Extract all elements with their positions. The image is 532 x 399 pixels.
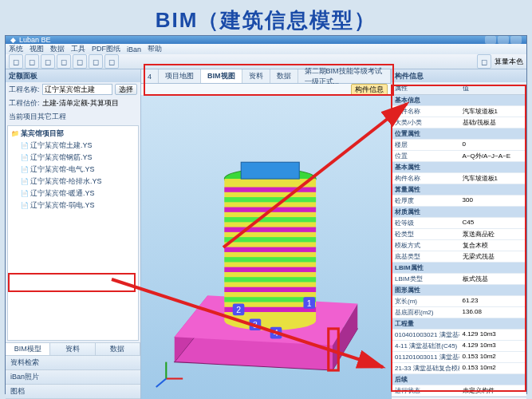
tree-item[interactable]: 辽宁某宾馆-电气.YS [10,164,136,176]
svg-rect-11 [224,227,316,232]
property-row[interactable]: 宽长(m)61.23 [392,296,526,307]
toolbar-button[interactable] [41,54,55,69]
property-row[interactable]: 010401003021 满堂基础底砼4.129 10m3 [392,330,526,341]
quota-label: 工程估价: [9,98,40,109]
svg-text:3: 3 [253,321,258,330]
tab-data[interactable]: 数据 [96,343,140,355]
project-name-input[interactable] [42,84,112,95]
menu-item[interactable]: 数据 [50,44,65,54]
view-tab-bim[interactable]: BIM视图 [201,69,242,83]
tree-item[interactable]: 辽宁某宾馆钢筋.YS [10,152,136,164]
building-model: 2 3 4 1 [141,95,391,399]
property-row[interactable]: 算量属性 [392,184,526,196]
property-row[interactable]: 基底面积(m2)136.08 [392,307,526,318]
property-row[interactable]: 砼等级C45 [392,218,526,229]
toolbar-button[interactable] [104,54,119,69]
menu-item[interactable]: iBan [127,45,141,53]
3d-viewport[interactable]: 2 3 4 1 [141,95,391,399]
tree-item[interactable]: 辽宁某宾馆-暖通.YS [10,188,136,200]
toolbar-button[interactable] [57,54,71,69]
view-tab[interactable]: 第二期BIM技能等级考试一级正式... [298,69,391,83]
close-button[interactable] [510,36,522,44]
tree-item[interactable]: 辽宁某宾馆-给排水.YS [10,176,136,188]
component-info-badge[interactable]: 构件信息 [351,84,388,96]
svg-rect-13 [224,247,316,252]
toolbar-button[interactable] [73,54,87,69]
property-key: 基本属性 [392,162,459,172]
tree-item[interactable]: 辽宁某宾馆土建.YS [10,140,136,152]
select-button[interactable]: 选择 [115,84,137,95]
minimize-button[interactable] [485,36,496,44]
tree-root[interactable]: 某宾馆项目部 [10,128,136,140]
property-row[interactable]: 工程量 [392,318,526,330]
property-row[interactable]: 21-33 满堂基础复合模板木支撑0.153 10m2 [392,363,526,374]
tab-bim-model[interactable]: BIM模型 [6,343,50,355]
property-row[interactable]: 位置A~Q外/A~J~A~E [392,151,526,162]
view-tab[interactable]: 资料 [242,69,270,83]
svg-text:4: 4 [274,329,278,338]
property-row[interactable]: 材质属性 [392,207,526,218]
toolbar-button[interactable] [25,54,39,69]
property-key: 位置属性 [392,128,459,139]
tree-item[interactable]: 辽宁某宾馆-弱电.YS [10,200,136,211]
view-tab[interactable]: 数据 [270,69,298,83]
svg-rect-14 [224,257,316,262]
property-row[interactable]: 模板方式复合木模 [392,240,526,251]
property-row[interactable]: 砼类型泵送商品砼 [392,229,526,240]
menu-item[interactable]: PDF图纸 [92,44,120,54]
tab-prefix[interactable]: 4 [141,69,159,83]
property-row[interactable]: 位置属性 [392,128,526,140]
property-key: 砼等级 [392,218,459,228]
app-window: ◆ Luban BE 系统 视图 数据 工具 PDF图纸 iBan 帮助 算量本… [5,35,527,394]
property-key: 底基类型 [392,251,459,262]
property-value: 无梁式筏基 [459,251,527,262]
side-section[interactable]: iBan照片 [6,369,140,384]
property-row[interactable]: 基本信息 [392,95,526,106]
property-row[interactable]: 后续 [392,374,526,385]
toolbar-label: 算量本色 [495,57,523,67]
menubar: 系统 视图 数据 工具 PDF图纸 iBan 帮助 [6,44,526,54]
project-tree[interactable]: 某宾馆项目部 辽宁某宾馆土建.YS 辽宁某宾馆钢筋.YS 辽宁某宾馆-电气.YS… [7,125,139,341]
titlebar[interactable]: ◆ Luban BE [6,36,526,44]
property-grid[interactable]: 属性 值 基本信息构件名称汽车坡道板1大类/小类基础/筏板基位置属性楼层0位置A… [392,82,526,397]
property-key: 大类/小类 [392,117,459,128]
toolbar-button[interactable] [89,54,103,69]
property-row[interactable]: 011201003011 满堂基础复合模0.153 10m2 [392,352,526,363]
svg-rect-15 [224,267,316,272]
project-label: 工程名称: [9,85,40,95]
view-tab[interactable]: 项目地图 [159,69,201,83]
svg-rect-18 [224,297,316,302]
property-row[interactable]: LBIM类型板式筏基 [392,274,526,285]
property-row[interactable]: 4-11 满堂基础混(C45)4.129 10m3 [392,341,526,352]
property-key: 模板方式 [392,240,459,251]
property-row[interactable]: 楼层0 [392,140,526,151]
property-value: A~Q外/A~J~A~E [459,151,527,161]
property-row[interactable]: 基本属性 [392,162,526,173]
menu-item[interactable]: 工具 [71,44,85,54]
menu-item[interactable]: 视图 [30,44,44,54]
property-row[interactable]: 构件名称汽车坡道板1 [392,173,526,184]
side-section[interactable]: 资料检索 [6,355,140,369]
property-key: LBIM属性 [392,263,459,273]
color-button[interactable] [477,54,491,69]
property-key: 位置 [392,151,459,161]
menu-item[interactable]: 系统 [9,44,23,54]
app-icon: ◆ [10,36,16,44]
expand-label[interactable]: 当前项目其它工程 [6,110,140,124]
property-row[interactable]: 砼厚度300 [392,196,526,207]
property-row[interactable]: 底基类型无梁式筏基 [392,251,526,263]
property-row[interactable]: 大类/小类基础/筏板基 [392,117,526,128]
property-row[interactable]: LBIM属性 [392,263,526,274]
maximize-button[interactable] [498,36,509,44]
side-section[interactable]: 图档 [6,384,140,398]
tab-material[interactable]: 资料 [50,343,95,355]
property-row[interactable]: 构件名称汽车坡道板1 [392,106,526,117]
property-key: 工程量 [392,318,459,329]
menu-item[interactable]: 帮助 [148,44,162,54]
quota-value: 土建-清单定额-其算项目 [42,98,137,109]
property-row[interactable]: 图形属性 [392,285,526,296]
window-title: Luban BE [19,36,51,44]
toolbar-button[interactable] [9,54,23,69]
property-row[interactable]: 进行状态未定义构件 [392,385,526,397]
property-key: 进行状态 [392,385,459,396]
